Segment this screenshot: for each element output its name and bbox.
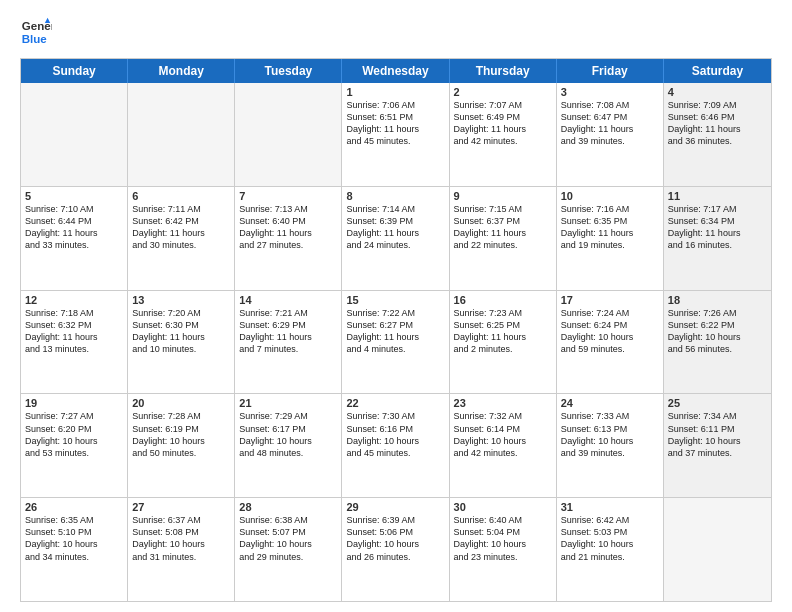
cal-row-0: 1Sunrise: 7:06 AM Sunset: 6:51 PM Daylig… xyxy=(21,83,771,186)
day-info: Sunrise: 7:07 AM Sunset: 6:49 PM Dayligh… xyxy=(454,99,552,148)
cal-cell-24: 24Sunrise: 7:33 AM Sunset: 6:13 PM Dayli… xyxy=(557,394,664,497)
day-number: 8 xyxy=(346,190,444,202)
cal-cell-31: 31Sunrise: 6:42 AM Sunset: 5:03 PM Dayli… xyxy=(557,498,664,601)
calendar-header: SundayMondayTuesdayWednesdayThursdayFrid… xyxy=(21,59,771,83)
cal-cell-6: 6Sunrise: 7:11 AM Sunset: 6:42 PM Daylig… xyxy=(128,187,235,290)
day-info: Sunrise: 7:10 AM Sunset: 6:44 PM Dayligh… xyxy=(25,203,123,252)
cal-cell-2: 2Sunrise: 7:07 AM Sunset: 6:49 PM Daylig… xyxy=(450,83,557,186)
cal-cell-7: 7Sunrise: 7:13 AM Sunset: 6:40 PM Daylig… xyxy=(235,187,342,290)
cal-row-3: 19Sunrise: 7:27 AM Sunset: 6:20 PM Dayli… xyxy=(21,393,771,497)
day-info: Sunrise: 6:39 AM Sunset: 5:06 PM Dayligh… xyxy=(346,514,444,563)
cal-cell-30: 30Sunrise: 6:40 AM Sunset: 5:04 PM Dayli… xyxy=(450,498,557,601)
day-info: Sunrise: 7:08 AM Sunset: 6:47 PM Dayligh… xyxy=(561,99,659,148)
day-info: Sunrise: 7:28 AM Sunset: 6:19 PM Dayligh… xyxy=(132,410,230,459)
day-number: 25 xyxy=(668,397,767,409)
day-number: 31 xyxy=(561,501,659,513)
cal-row-1: 5Sunrise: 7:10 AM Sunset: 6:44 PM Daylig… xyxy=(21,186,771,290)
cal-cell-14: 14Sunrise: 7:21 AM Sunset: 6:29 PM Dayli… xyxy=(235,291,342,394)
day-number: 28 xyxy=(239,501,337,513)
cal-cell-12: 12Sunrise: 7:18 AM Sunset: 6:32 PM Dayli… xyxy=(21,291,128,394)
day-number: 29 xyxy=(346,501,444,513)
cal-cell-4: 4Sunrise: 7:09 AM Sunset: 6:46 PM Daylig… xyxy=(664,83,771,186)
day-number: 17 xyxy=(561,294,659,306)
cal-cell-29: 29Sunrise: 6:39 AM Sunset: 5:06 PM Dayli… xyxy=(342,498,449,601)
day-number: 1 xyxy=(346,86,444,98)
day-info: Sunrise: 7:18 AM Sunset: 6:32 PM Dayligh… xyxy=(25,307,123,356)
day-header-sunday: Sunday xyxy=(21,59,128,83)
day-info: Sunrise: 7:33 AM Sunset: 6:13 PM Dayligh… xyxy=(561,410,659,459)
logo: General Blue xyxy=(20,16,52,48)
day-header-monday: Monday xyxy=(128,59,235,83)
day-number: 11 xyxy=(668,190,767,202)
cal-cell-15: 15Sunrise: 7:22 AM Sunset: 6:27 PM Dayli… xyxy=(342,291,449,394)
cal-cell-28: 28Sunrise: 6:38 AM Sunset: 5:07 PM Dayli… xyxy=(235,498,342,601)
day-info: Sunrise: 6:35 AM Sunset: 5:10 PM Dayligh… xyxy=(25,514,123,563)
cal-cell-empty-4-6 xyxy=(664,498,771,601)
day-number: 12 xyxy=(25,294,123,306)
day-info: Sunrise: 7:29 AM Sunset: 6:17 PM Dayligh… xyxy=(239,410,337,459)
day-number: 7 xyxy=(239,190,337,202)
cal-cell-empty-0-2 xyxy=(235,83,342,186)
day-info: Sunrise: 7:32 AM Sunset: 6:14 PM Dayligh… xyxy=(454,410,552,459)
day-number: 20 xyxy=(132,397,230,409)
day-info: Sunrise: 7:22 AM Sunset: 6:27 PM Dayligh… xyxy=(346,307,444,356)
cal-cell-empty-0-1 xyxy=(128,83,235,186)
day-info: Sunrise: 7:21 AM Sunset: 6:29 PM Dayligh… xyxy=(239,307,337,356)
day-header-tuesday: Tuesday xyxy=(235,59,342,83)
day-info: Sunrise: 7:14 AM Sunset: 6:39 PM Dayligh… xyxy=(346,203,444,252)
cal-cell-3: 3Sunrise: 7:08 AM Sunset: 6:47 PM Daylig… xyxy=(557,83,664,186)
day-number: 13 xyxy=(132,294,230,306)
day-number: 19 xyxy=(25,397,123,409)
day-number: 21 xyxy=(239,397,337,409)
cal-cell-1: 1Sunrise: 7:06 AM Sunset: 6:51 PM Daylig… xyxy=(342,83,449,186)
cal-cell-27: 27Sunrise: 6:37 AM Sunset: 5:08 PM Dayli… xyxy=(128,498,235,601)
day-info: Sunrise: 7:24 AM Sunset: 6:24 PM Dayligh… xyxy=(561,307,659,356)
cal-cell-5: 5Sunrise: 7:10 AM Sunset: 6:44 PM Daylig… xyxy=(21,187,128,290)
day-number: 22 xyxy=(346,397,444,409)
cal-cell-23: 23Sunrise: 7:32 AM Sunset: 6:14 PM Dayli… xyxy=(450,394,557,497)
day-number: 15 xyxy=(346,294,444,306)
logo-icon: General Blue xyxy=(20,16,52,48)
day-number: 18 xyxy=(668,294,767,306)
day-info: Sunrise: 7:06 AM Sunset: 6:51 PM Dayligh… xyxy=(346,99,444,148)
day-header-saturday: Saturday xyxy=(664,59,771,83)
day-number: 4 xyxy=(668,86,767,98)
cal-cell-21: 21Sunrise: 7:29 AM Sunset: 6:17 PM Dayli… xyxy=(235,394,342,497)
day-info: Sunrise: 7:09 AM Sunset: 6:46 PM Dayligh… xyxy=(668,99,767,148)
day-info: Sunrise: 7:34 AM Sunset: 6:11 PM Dayligh… xyxy=(668,410,767,459)
cal-cell-18: 18Sunrise: 7:26 AM Sunset: 6:22 PM Dayli… xyxy=(664,291,771,394)
cal-cell-16: 16Sunrise: 7:23 AM Sunset: 6:25 PM Dayli… xyxy=(450,291,557,394)
day-number: 10 xyxy=(561,190,659,202)
cal-cell-empty-0-0 xyxy=(21,83,128,186)
day-info: Sunrise: 6:38 AM Sunset: 5:07 PM Dayligh… xyxy=(239,514,337,563)
cal-row-2: 12Sunrise: 7:18 AM Sunset: 6:32 PM Dayli… xyxy=(21,290,771,394)
day-info: Sunrise: 7:20 AM Sunset: 6:30 PM Dayligh… xyxy=(132,307,230,356)
day-info: Sunrise: 7:27 AM Sunset: 6:20 PM Dayligh… xyxy=(25,410,123,459)
day-info: Sunrise: 7:15 AM Sunset: 6:37 PM Dayligh… xyxy=(454,203,552,252)
day-number: 27 xyxy=(132,501,230,513)
day-number: 23 xyxy=(454,397,552,409)
cal-cell-13: 13Sunrise: 7:20 AM Sunset: 6:30 PM Dayli… xyxy=(128,291,235,394)
svg-text:Blue: Blue xyxy=(22,33,48,45)
day-header-friday: Friday xyxy=(557,59,664,83)
day-number: 3 xyxy=(561,86,659,98)
cal-cell-10: 10Sunrise: 7:16 AM Sunset: 6:35 PM Dayli… xyxy=(557,187,664,290)
day-number: 30 xyxy=(454,501,552,513)
day-info: Sunrise: 6:40 AM Sunset: 5:04 PM Dayligh… xyxy=(454,514,552,563)
day-number: 2 xyxy=(454,86,552,98)
day-info: Sunrise: 7:30 AM Sunset: 6:16 PM Dayligh… xyxy=(346,410,444,459)
cal-cell-20: 20Sunrise: 7:28 AM Sunset: 6:19 PM Dayli… xyxy=(128,394,235,497)
day-info: Sunrise: 7:11 AM Sunset: 6:42 PM Dayligh… xyxy=(132,203,230,252)
day-number: 6 xyxy=(132,190,230,202)
day-info: Sunrise: 7:16 AM Sunset: 6:35 PM Dayligh… xyxy=(561,203,659,252)
cal-cell-19: 19Sunrise: 7:27 AM Sunset: 6:20 PM Dayli… xyxy=(21,394,128,497)
page-header: General Blue xyxy=(20,16,772,48)
day-number: 16 xyxy=(454,294,552,306)
day-info: Sunrise: 6:37 AM Sunset: 5:08 PM Dayligh… xyxy=(132,514,230,563)
cal-cell-26: 26Sunrise: 6:35 AM Sunset: 5:10 PM Dayli… xyxy=(21,498,128,601)
day-number: 5 xyxy=(25,190,123,202)
calendar: SundayMondayTuesdayWednesdayThursdayFrid… xyxy=(20,58,772,602)
day-info: Sunrise: 7:26 AM Sunset: 6:22 PM Dayligh… xyxy=(668,307,767,356)
cal-cell-8: 8Sunrise: 7:14 AM Sunset: 6:39 PM Daylig… xyxy=(342,187,449,290)
cal-cell-17: 17Sunrise: 7:24 AM Sunset: 6:24 PM Dayli… xyxy=(557,291,664,394)
